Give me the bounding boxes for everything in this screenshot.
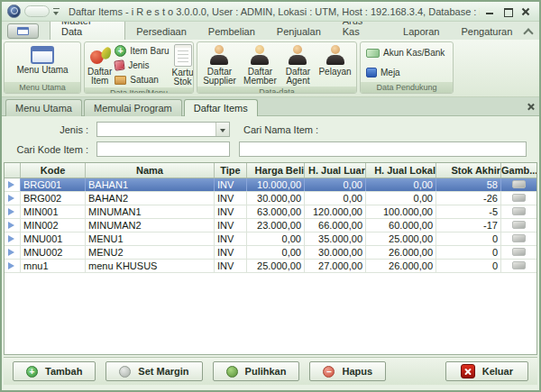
cell-gambar[interactable]	[501, 205, 536, 218]
cell-gambar[interactable]	[501, 192, 536, 205]
column-header-tipe[interactable]: Tipe	[215, 163, 247, 178]
table-row[interactable]: MNU002MENU2INV0,0030.000,0026.000,000	[5, 246, 536, 260]
cell-tipe[interactable]: INV	[215, 260, 247, 272]
cell-harga-beli[interactable]: 30.000,00	[247, 192, 305, 205]
minimize-icon[interactable]	[485, 7, 494, 15]
cell-stok-akhir[interactable]: -26	[436, 192, 501, 205]
cell-stok-akhir[interactable]: 58	[436, 178, 501, 191]
cell-h-jual-lokal[interactable]: 26.000,00	[366, 260, 436, 272]
daftar-agent-button[interactable]: Daftar Agent	[280, 43, 316, 87]
maximize-icon[interactable]	[503, 7, 512, 15]
cell-tipe[interactable]: INV	[215, 205, 247, 218]
cell-h-jual-luar[interactable]: 0,00	[305, 178, 366, 191]
item-baru-button[interactable]: + Item Baru	[115, 44, 169, 58]
daftar-member-button[interactable]: Daftar Member	[240, 43, 280, 87]
ribbon-tab-persediaan[interactable]: Persediaan	[125, 23, 197, 40]
cell-nama[interactable]: MINUMAN1	[86, 205, 215, 218]
cell-h-jual-lokal[interactable]: 60.000,00	[366, 219, 436, 232]
cell-stok-akhir[interactable]: 0	[436, 246, 501, 259]
table-row[interactable]: BRG001BAHAN1INV10.000,000,000,0058	[5, 178, 536, 192]
cell-h-jual-lokal[interactable]: 0,00	[366, 192, 436, 205]
column-header-selector[interactable]	[5, 163, 21, 178]
cell-h-jual-lokal[interactable]: 26.000,00	[366, 246, 436, 259]
daftar-item-button[interactable]: Daftar Item	[87, 43, 113, 87]
cell-tipe[interactable]: INV	[215, 192, 247, 205]
cell-stok-akhir[interactable]: -5	[436, 205, 501, 218]
cell-h-jual-lokal[interactable]: 0,00	[366, 178, 436, 191]
app-logo-icon[interactable]	[7, 5, 21, 18]
doc-tab-daftar-items[interactable]: Daftar Items	[184, 99, 258, 116]
cell-kode[interactable]: MIN002	[21, 219, 86, 232]
ribbon-tab-penjualan[interactable]: Penjualan	[266, 23, 332, 40]
cell-kode[interactable]: BRG001	[21, 178, 86, 191]
qat-dropdown-icon[interactable]	[52, 7, 61, 16]
tambah-button[interactable]: + Tambah	[13, 361, 96, 381]
cell-kode[interactable]: MNU002	[21, 246, 86, 259]
satuan-button[interactable]: Satuan	[115, 73, 169, 87]
row-selector-cell[interactable]	[5, 219, 21, 232]
table-row[interactable]: MNU001MENU1INV0,0035.000,0025.000,000	[5, 232, 536, 246]
row-selector-cell[interactable]	[5, 178, 21, 191]
row-selector-cell[interactable]	[5, 205, 21, 218]
column-header-harga-beli[interactable]: Harga Beli	[247, 163, 305, 178]
ribbon-tab-laporan[interactable]: Laporan	[392, 23, 450, 40]
cell-gambar[interactable]	[501, 219, 536, 232]
cell-harga-beli[interactable]: 10.000,00	[247, 178, 305, 191]
table-row[interactable]: mnu1menu KHUSUSINV25.000,0027.000,0026.0…	[5, 260, 536, 273]
hapus-button[interactable]: – Hapus	[309, 361, 386, 381]
cell-tipe[interactable]: INV	[215, 246, 247, 259]
cell-gambar[interactable]	[501, 246, 536, 259]
cell-kode[interactable]: mnu1	[21, 260, 86, 272]
column-header-stok-akhir[interactable]: Stok Akhir	[436, 163, 501, 178]
pulihkan-button[interactable]: Pulihkan	[213, 361, 300, 381]
cell-harga-beli[interactable]: 25.000,00	[247, 260, 305, 272]
set-margin-button[interactable]: Set Margin	[105, 361, 202, 381]
cell-h-jual-luar[interactable]: 35.000,00	[305, 232, 366, 245]
akun-kas-bank-button[interactable]: Akun Kas/Bank	[366, 46, 451, 59]
column-header-kode[interactable]: Kode	[21, 163, 86, 178]
cell-nama[interactable]: MENU2	[86, 246, 215, 259]
application-menu-button[interactable]	[7, 23, 39, 39]
cell-gambar[interactable]	[501, 260, 536, 272]
cell-h-jual-luar[interactable]: 0,00	[305, 192, 366, 205]
quick-access-toolbar[interactable]	[24, 5, 50, 17]
cell-harga-beli[interactable]: 0,00	[247, 246, 305, 259]
cell-gambar[interactable]	[501, 232, 536, 245]
column-header-h-jual-luar[interactable]: H. Jual Luar	[305, 163, 366, 178]
menu-utama-button[interactable]: Menu Utama	[10, 43, 75, 82]
cell-kode[interactable]: MIN001	[21, 205, 86, 218]
cell-stok-akhir[interactable]: 0	[436, 260, 501, 272]
column-header-nama[interactable]: Nama	[86, 163, 215, 178]
cell-stok-akhir[interactable]: -17	[436, 219, 501, 232]
row-selector-cell[interactable]	[5, 260, 21, 272]
cell-nama[interactable]: menu KHUSUS	[86, 260, 215, 272]
cell-harga-beli[interactable]: 63.000,00	[247, 205, 305, 218]
close-icon[interactable]	[521, 7, 530, 15]
daftar-supplier-button[interactable]: Daftar Supplier	[199, 43, 240, 87]
doc-tab-menu-utama[interactable]: Menu Utama	[5, 99, 82, 116]
cell-kode[interactable]: BRG002	[21, 192, 86, 205]
cari-kode-item-input[interactable]	[96, 141, 230, 157]
pelayan-button[interactable]: Pelayan	[316, 43, 354, 87]
jenis-button[interactable]: Jenis	[115, 59, 169, 72]
table-row[interactable]: MIN001MINUMAN1INV63.000,00120.000,00100.…	[5, 205, 536, 219]
jenis-combobox[interactable]	[96, 122, 230, 137]
cell-tipe[interactable]: INV	[215, 232, 247, 245]
row-selector-cell[interactable]	[5, 192, 21, 205]
row-selector-cell[interactable]	[5, 246, 21, 259]
cell-tipe[interactable]: INV	[215, 178, 247, 191]
table-row[interactable]: BRG002BAHAN2INV30.000,000,000,00-26	[5, 192, 536, 205]
ribbon-tab-pembelian[interactable]: Pembelian	[197, 23, 266, 40]
cell-h-jual-luar[interactable]: 120.000,00	[305, 205, 366, 218]
cell-nama[interactable]: BAHAN2	[86, 192, 215, 205]
cari-nama-item-input[interactable]	[239, 141, 527, 157]
cell-stok-akhir[interactable]: 0	[436, 232, 501, 245]
chevron-down-icon[interactable]	[215, 123, 229, 136]
cell-gambar[interactable]	[501, 178, 536, 191]
cell-h-jual-luar[interactable]: 27.000,00	[305, 260, 366, 272]
cell-h-jual-luar[interactable]: 30.000,00	[305, 246, 366, 259]
ribbon-collapse-icon[interactable]	[523, 26, 534, 37]
cell-harga-beli[interactable]: 23.000,00	[247, 219, 305, 232]
ribbon-tab-pengaturan[interactable]: Pengaturan	[450, 23, 523, 40]
table-row[interactable]: MIN002MINUMAN2INV23.000,0066.000,0060.00…	[5, 219, 536, 232]
